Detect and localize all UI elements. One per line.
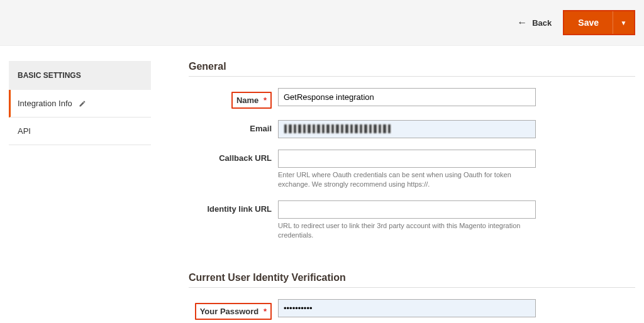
field-cell <box>278 120 536 138</box>
label-cell: Your Password * <box>189 299 278 320</box>
email-label: Email <box>250 124 272 133</box>
sidebar-item-integration-info[interactable]: Integration Info <box>9 90 151 118</box>
back-label: Back <box>532 18 552 28</box>
row-callback: Callback URL Enter URL where Oauth crede… <box>189 150 635 189</box>
password-label-highlight: Your Password * <box>195 303 272 320</box>
password-label: Your Password <box>200 307 259 316</box>
name-label-highlight: Name * <box>231 92 272 109</box>
callback-hint: Enter URL where Oauth credentials can be… <box>278 170 536 189</box>
row-name: Name * <box>189 88 635 109</box>
main-content: General Name * Email <box>189 61 635 323</box>
label-cell: Callback URL <box>189 150 278 163</box>
field-cell: Enter URL where Oauth credentials can be… <box>278 150 536 189</box>
arrow-left-icon: ← <box>517 18 527 28</box>
row-email: Email <box>189 120 635 138</box>
label-cell: Name * <box>189 88 278 109</box>
triangle-down-icon: ▼ <box>621 19 627 26</box>
name-label: Name <box>236 96 258 105</box>
row-password: Your Password * <box>189 299 635 320</box>
top-bar: ← Back Save ▼ <box>0 0 644 46</box>
field-cell <box>278 299 536 317</box>
label-cell: Email <box>189 120 278 133</box>
sidebar: BASIC SETTINGS Integration Info API <box>9 61 151 145</box>
sidebar-heading: BASIC SETTINGS <box>9 61 151 90</box>
label-cell: Identity link URL <box>189 200 278 214</box>
section-title-verify: Current User Identity Verification <box>189 272 635 288</box>
save-button[interactable]: Save <box>564 11 613 34</box>
back-button[interactable]: ← Back <box>517 18 552 28</box>
sidebar-item-api[interactable]: API <box>9 118 151 145</box>
save-dropdown-button[interactable]: ▼ <box>613 11 634 34</box>
pencil-icon <box>79 100 86 107</box>
sidebar-item-label: API <box>18 126 31 136</box>
callback-input[interactable] <box>278 150 536 168</box>
identity-hint: URL to redirect user to link their 3rd p… <box>278 221 536 240</box>
section-title-general: General <box>189 61 635 77</box>
required-star: * <box>264 96 267 105</box>
password-input[interactable] <box>278 299 536 317</box>
name-input[interactable] <box>278 88 536 106</box>
page-layout: BASIC SETTINGS Integration Info API Gene… <box>0 46 644 323</box>
field-cell: URL to redirect user to link their 3rd p… <box>278 200 536 240</box>
field-cell <box>278 88 536 106</box>
identity-label: Identity link URL <box>207 204 272 214</box>
required-star: * <box>264 307 267 316</box>
save-button-group: Save ▼ <box>563 10 635 35</box>
redacted-value <box>284 124 391 133</box>
sidebar-item-label: Integration Info <box>18 99 72 108</box>
callback-label: Callback URL <box>219 153 272 163</box>
row-identity: Identity link URL URL to redirect user t… <box>189 200 635 240</box>
identity-input[interactable] <box>278 200 536 219</box>
